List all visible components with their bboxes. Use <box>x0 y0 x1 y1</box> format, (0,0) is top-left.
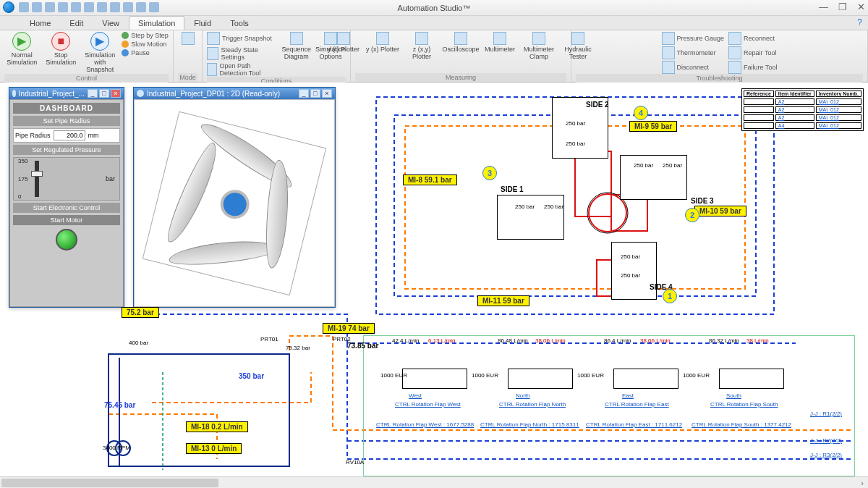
window-maximize-button[interactable]: ❐ <box>838 1 847 12</box>
link-r2[interactable]: J-J : R2(2/2) <box>810 437 842 444</box>
qat-icon[interactable] <box>110 2 120 12</box>
zxy-plotter-button[interactable]: z (x,y) Plotter <box>404 32 439 61</box>
yt-plotter-button[interactable]: y (t) Plotter <box>326 32 361 54</box>
pressure-400: 400 bar <box>129 340 148 346</box>
start-motor-button[interactable] <box>56 229 77 251</box>
chart-icon <box>337 32 350 45</box>
subwin-min-button[interactable]: _ <box>88 89 98 98</box>
multimeter-clamp-button[interactable]: Multimeter Clamp <box>522 32 556 61</box>
tab-fluid[interactable]: Fluid <box>184 16 221 30</box>
pause-icon <box>122 49 129 56</box>
failure-tool-button[interactable]: Failure Tool <box>728 61 777 74</box>
link-south[interactable]: South <box>726 392 741 399</box>
link-east[interactable]: East <box>622 392 634 399</box>
hub-icon <box>217 186 252 221</box>
link-cs[interactable]: CTRL Rotation Flap South <box>710 401 778 408</box>
subwin-max-button[interactable]: □ <box>310 89 320 98</box>
section-start-ec: Start Electronic Control <box>13 203 120 213</box>
sequence-diagram-button[interactable]: Sequence Diagram <box>281 32 311 61</box>
svg-rect-3 <box>575 151 611 216</box>
view-canvas[interactable] <box>134 99 335 307</box>
slider-knob[interactable] <box>31 171 43 177</box>
stop-simulation-button[interactable]: ■Stop Simulation <box>43 32 78 67</box>
scroll-thumb[interactable] <box>1 479 218 487</box>
rv10a-label: RV10A <box>346 459 364 466</box>
link-north[interactable]: North <box>516 392 530 399</box>
side2-label: SIDE 2 <box>586 101 609 109</box>
tab-edit[interactable]: Edit <box>60 16 93 30</box>
simulation-with-snapshot-button[interactable]: ▶Simulation with Snapshot <box>82 32 117 74</box>
dashboard-title: DASHBOARD <box>13 103 120 114</box>
tab-home[interactable]: Home <box>20 16 60 30</box>
ribbon: ▶Normal Simulation ■Stop Simulation ▶Sim… <box>0 30 868 83</box>
thermometer-button[interactable]: Thermometer <box>662 46 725 59</box>
pressure-unit: bar <box>106 175 115 182</box>
subwin-max-button[interactable]: □ <box>99 89 109 98</box>
qat-icon[interactable] <box>32 2 42 12</box>
qat-icon[interactable] <box>84 2 94 12</box>
section-set-pipe-radius: Set Pipe Radius <box>13 116 120 126</box>
tag-mi18: MI-18 0.2 L/min <box>186 421 248 432</box>
snapshot-play-icon: ▶ <box>90 32 109 51</box>
slow-motion-button[interactable]: Slow Motion <box>122 41 169 48</box>
view-window[interactable]: Industrial_Project_DP01 : 2D (Read-only)… <box>133 87 336 308</box>
link-r1[interactable]: J-J : R1(2/2) <box>810 411 842 417</box>
qat-icon[interactable] <box>149 2 159 12</box>
link-ce[interactable]: CTRL Rotation Flap East <box>605 401 669 408</box>
link-cn[interactable]: CTRL Rotation Flap North <box>499 401 566 408</box>
link-rs[interactable]: CTRL Rotation Flap South : 1377.4212 <box>692 421 791 428</box>
steady-state-button[interactable]: Steady State Settings <box>207 46 277 61</box>
link-west[interactable]: West <box>409 392 422 399</box>
clamp-icon <box>532 32 545 45</box>
help-icon[interactable]: ? <box>857 17 862 28</box>
open-path-button[interactable]: Open Path Detection Tool <box>207 62 277 77</box>
valve-south <box>719 369 784 389</box>
workspace[interactable]: Industrial_Project_... _□× DASHBOARD Set… <box>0 83 868 488</box>
link-cw[interactable]: CTRL Rotation Flap West <box>395 401 461 408</box>
group-mode-label: Mode <box>178 73 197 82</box>
trigger-snapshot-button[interactable]: Trigger Snapshot <box>207 32 277 45</box>
qat-icon[interactable] <box>45 2 55 12</box>
pressure-gauge-button[interactable]: Pressure Gauge <box>662 32 725 45</box>
valve-east <box>613 369 678 389</box>
link-re[interactable]: CTRL Rotation Flap East : 1711.6212 <box>586 421 682 428</box>
qat-icon[interactable] <box>123 2 133 12</box>
link-r3[interactable]: J-J : R3(2/2) <box>810 452 842 458</box>
oscilloscope-button[interactable]: Oscilloscope <box>443 32 478 54</box>
pause-button[interactable]: Pause <box>122 49 169 56</box>
link-rw[interactable]: CTRL Rotation Flap West : 1677.5288 <box>376 421 474 428</box>
tab-tools[interactable]: Tools <box>221 16 258 30</box>
yx-plotter-button[interactable]: y (x) Plotter <box>365 32 400 54</box>
qat-icon[interactable] <box>58 2 68 12</box>
link-rn[interactable]: CTRL Rotation Flap North : 1715.8311 <box>480 421 579 428</box>
chart-icon <box>415 32 428 45</box>
step-by-step-button[interactable]: Step by Step <box>122 32 169 39</box>
quick-access-toolbar[interactable] <box>19 2 159 12</box>
stop-icon: ■ <box>51 32 70 51</box>
qat-icon[interactable] <box>97 2 107 12</box>
pipe-radius-input[interactable] <box>54 130 85 140</box>
dashboard-window[interactable]: Industrial_Project_... _□× DASHBOARD Set… <box>9 87 124 308</box>
scroll-right-button[interactable]: › <box>856 477 868 488</box>
tab-simulation[interactable]: Simulation <box>129 16 184 30</box>
repair-tool-button[interactable]: Repair Tool <box>728 46 777 59</box>
mode-icon[interactable] <box>182 32 195 45</box>
qat-icon[interactable] <box>136 2 146 12</box>
window-close-button[interactable]: ✕ <box>857 1 865 12</box>
ribbon-tabs: Home Edit View Simulation Fluid Tools ? <box>0 16 868 30</box>
window-minimize-button[interactable]: — <box>819 1 828 12</box>
tab-view[interactable]: View <box>93 16 129 30</box>
normal-simulation-button[interactable]: ▶Normal Simulation <box>4 32 39 67</box>
pressure-slider[interactable]: 350 175 0 bar <box>13 157 120 201</box>
reconnect-button[interactable]: Reconnect <box>728 32 777 45</box>
horizontal-scrollbar[interactable]: ‹ › <box>0 476 868 488</box>
disconnect-button[interactable]: Disconnect <box>662 61 725 74</box>
qat-icon[interactable] <box>71 2 81 12</box>
qat-icon[interactable] <box>19 2 29 12</box>
multimeter-button[interactable]: Multimeter <box>482 32 517 54</box>
pipe-radius-unit: mm <box>88 132 99 139</box>
subwin-close-button[interactable]: × <box>322 89 332 98</box>
subwin-close-button[interactable]: × <box>111 89 121 98</box>
thermometer-icon <box>662 46 675 59</box>
subwin-min-button[interactable]: _ <box>299 89 309 98</box>
